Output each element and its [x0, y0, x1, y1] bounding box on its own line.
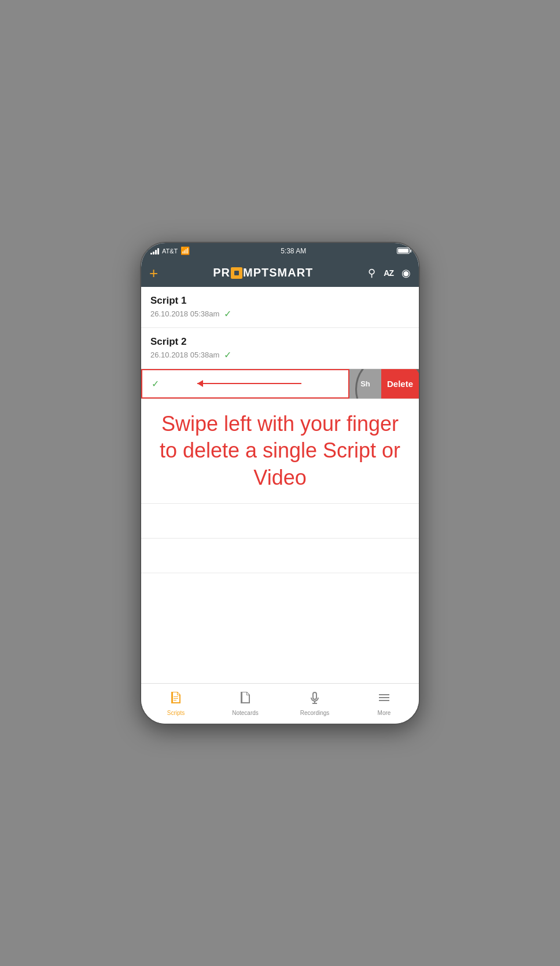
logo-icon-inner [234, 271, 239, 275]
notecards-tab-label: Notecards [232, 710, 259, 716]
wifi-icon: 📶 [180, 246, 190, 255]
signal-bar-3 [155, 250, 157, 255]
recordings-tab-label: Recordings [300, 710, 330, 716]
tab-notecards[interactable]: Notecards [211, 691, 280, 716]
status-left: AT&T 📶 [150, 246, 190, 255]
tab-bar: Scripts Notecards Recordings [141, 683, 419, 724]
battery-icon [397, 248, 410, 254]
swipe-demo-container: ✓ Sh Delete [141, 369, 419, 399]
script-2-meta: 26.10.2018 05:38am ✓ [150, 349, 410, 360]
recordings-tab-icon [308, 691, 322, 708]
delete-action-button[interactable]: Delete [381, 369, 419, 399]
tab-recordings[interactable]: Recordings [280, 691, 349, 716]
script-1-meta: 26.10.2018 05:38am ✓ [150, 308, 410, 319]
nav-icons: ⚲ AZ ◉ [368, 267, 411, 279]
more-tab-icon [377, 691, 391, 708]
share-action-button[interactable]: Sh [349, 369, 381, 399]
phone-frame: AT&T 📶 5:38 AM + PR MPTSMART ⚲ AZ ◉ S [140, 242, 420, 725]
scripts-tab-icon [169, 691, 183, 708]
content-area: Script 1 26.10.2018 05:38am ✓ Script 2 2… [141, 287, 419, 683]
script-1-date: 26.10.2018 05:38am [150, 309, 219, 318]
signal-bar-4 [157, 248, 159, 255]
battery-fill [398, 249, 408, 253]
script-2-title: Script 2 [150, 336, 410, 348]
script-3-check: ✓ [152, 378, 159, 389]
svg-rect-1 [379, 697, 389, 698]
instruction-text: Swipe left with your finger to delete a … [141, 399, 419, 504]
script-2-date: 26.10.2018 05:38am [150, 351, 219, 359]
logo: PR MPTSMART [213, 266, 313, 279]
svg-rect-2 [379, 700, 389, 701]
status-right [397, 248, 410, 254]
notecards-tab-icon [238, 691, 252, 708]
scripts-tab-label: Scripts [167, 710, 185, 716]
signal-bar-2 [153, 252, 154, 255]
carrier-label: AT&T [162, 248, 178, 255]
check-circle-icon[interactable]: ◉ [401, 267, 411, 279]
script-2-check: ✓ [224, 349, 231, 360]
swipe-arrow-line [197, 383, 301, 384]
swipe-content: ✓ [141, 369, 349, 399]
script-item-1[interactable]: Script 1 26.10.2018 05:38am ✓ [141, 287, 419, 328]
swipe-arrow-indicator [159, 383, 339, 384]
sort-az-icon[interactable]: AZ [384, 268, 393, 278]
script-item-2[interactable]: Script 2 26.10.2018 05:38am ✓ [141, 328, 419, 369]
nav-bar: + PR MPTSMART ⚲ AZ ◉ [141, 259, 419, 287]
svg-rect-0 [379, 694, 389, 695]
script-1-title: Script 1 [150, 295, 410, 307]
status-time: 5:38 AM [281, 247, 306, 255]
empty-section-2 [141, 539, 419, 573]
add-button[interactable]: + [149, 266, 158, 281]
signal-bar-1 [150, 253, 152, 255]
script-1-check: ✓ [224, 308, 231, 319]
swipe-reveal: ✓ Sh Delete [141, 369, 419, 399]
status-bar: AT&T 📶 5:38 AM [141, 243, 419, 259]
empty-section-1 [141, 504, 419, 539]
search-icon[interactable]: ⚲ [368, 267, 375, 279]
logo-icon [231, 267, 242, 279]
signal-bars [150, 248, 159, 255]
more-tab-label: More [378, 710, 391, 716]
logo-prefix: PR [213, 266, 230, 279]
logo-suffix: MPTSMART [243, 266, 313, 279]
tab-more[interactable]: More [349, 691, 419, 716]
tab-scripts[interactable]: Scripts [141, 691, 211, 716]
